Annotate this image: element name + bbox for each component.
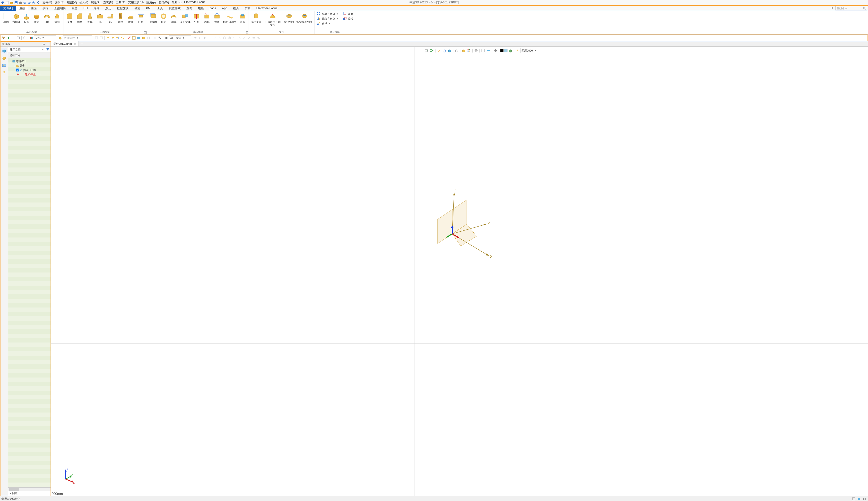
save-icon[interactable] <box>14 1 18 4</box>
vt-gold-icon[interactable] <box>461 48 466 53</box>
align-2-icon[interactable] <box>111 36 115 40</box>
btn-chamfer[interactable]: 倒角 <box>75 12 84 24</box>
menu-query[interactable]: 查询(N) <box>102 0 115 5</box>
tab-direct-edit[interactable]: 直接编辑 <box>51 6 69 11</box>
tab-visual[interactable]: 视觉样式 <box>166 6 183 11</box>
vt-toggle-icon[interactable] <box>436 48 441 53</box>
undo-icon[interactable] <box>23 1 27 4</box>
tab-close-icon[interactable]: ✕ <box>74 42 76 45</box>
dots-tool-icon[interactable] <box>208 36 212 40</box>
vt-wire-icon[interactable] <box>442 48 447 53</box>
tb-view3-icon[interactable] <box>146 36 151 40</box>
vt-layer-icon[interactable] <box>515 48 520 53</box>
select-mode-combo[interactable]: 单一选择▼ <box>169 35 191 40</box>
tab-surface[interactable]: 曲面 <box>28 6 40 11</box>
tab-wireframe[interactable]: 线框 <box>40 6 51 11</box>
layer-combo[interactable]: 图层0000▼ <box>520 48 542 53</box>
document-tab[interactable]: 零件001.Z3PRT✕ <box>51 41 79 46</box>
tab-weld[interactable]: 焊件 <box>91 6 102 11</box>
panel-pin-icon[interactable]: ▭ <box>42 43 45 46</box>
play-tool-icon[interactable] <box>203 36 207 40</box>
btn-simplify[interactable]: 简化 <box>202 12 211 24</box>
vt-solid-icon[interactable] <box>447 48 452 53</box>
lasso-icon[interactable] <box>23 36 27 40</box>
line2-tool-icon[interactable] <box>217 36 222 40</box>
tab-electrode[interactable]: 电极 <box>195 6 207 11</box>
menu-attr[interactable]: 属性(A) <box>90 0 102 5</box>
ribbon-collapse-icon[interactable] <box>829 7 834 10</box>
tab-fti[interactable]: FTI <box>80 6 91 11</box>
tb-op2-icon[interactable] <box>99 36 104 40</box>
select-mode-icon[interactable] <box>164 36 169 40</box>
sidebar-solid-icon[interactable] <box>1 55 7 61</box>
edge-tool-icon[interactable] <box>247 36 251 40</box>
btn-lip[interactable]: 唇缘 <box>126 12 135 24</box>
redo-icon[interactable] <box>27 1 31 4</box>
menu-tools[interactable]: 工具(T) <box>115 0 126 5</box>
parts-icon[interactable] <box>58 36 63 40</box>
tree-scrollbar[interactable] <box>8 487 51 491</box>
btn-thread[interactable]: 螺纹 <box>116 12 125 24</box>
menu-file[interactable]: 文件(F) <box>41 0 53 5</box>
tab-mold[interactable]: 模具 <box>230 6 242 11</box>
btn-self-intersect[interactable]: 解析自相交 <box>223 12 237 24</box>
tab-data-exchange[interactable]: 数据交换 <box>114 6 131 11</box>
menu-insert[interactable]: 插入(I) <box>78 0 89 5</box>
align-1-icon[interactable] <box>106 36 110 40</box>
back-icon[interactable] <box>36 1 40 4</box>
btn-add-body[interactable]: 添加实体 <box>179 12 191 24</box>
snap-icon[interactable] <box>127 36 131 40</box>
btn-face-offset[interactable]: 面偏移 <box>149 12 158 24</box>
sidebar-user-icon[interactable] <box>1 70 7 76</box>
status-ico-1[interactable] <box>851 497 856 501</box>
tab-sim[interactable]: 仿真 <box>242 6 253 11</box>
tab-tools[interactable]: 工具 <box>154 6 166 11</box>
gear-tool-icon[interactable] <box>198 36 203 40</box>
display-combo[interactable]: 显示常用▼ <box>9 47 45 52</box>
btn-wrap[interactable]: 缠绕到面 <box>283 12 295 24</box>
panel-close-icon[interactable]: ✕ <box>46 43 49 46</box>
btn-copy[interactable]: 复制 <box>342 12 354 16</box>
tree-root[interactable]: ⌄零件001 <box>9 59 50 63</box>
tab-query[interactable]: 查询 <box>183 6 195 11</box>
btn-mirror-geom[interactable]: 镜像几何体▼ <box>316 17 339 21</box>
menu-view[interactable]: 视图(V) <box>66 0 78 5</box>
menu-app[interactable]: 应用(p) <box>145 0 157 5</box>
btn-fillet[interactable]: 圆角 <box>65 12 74 24</box>
new-icon[interactable] <box>6 1 9 4</box>
edit-dialog-launcher[interactable]: ↘ <box>246 31 248 34</box>
menu-help[interactable]: 帮助(H) <box>170 0 183 5</box>
orientation-gizmo[interactable]: Z X Y <box>61 467 78 484</box>
tab-electrode-focus[interactable]: Electrode Focus <box>253 6 280 11</box>
vt-tree-icon[interactable] <box>430 48 434 53</box>
btn-sketch[interactable]: 草图 <box>1 12 11 24</box>
angle-tool-icon[interactable] <box>242 36 246 40</box>
btn-draft[interactable]: 拔模 <box>85 12 95 24</box>
print-icon[interactable] <box>19 1 22 4</box>
circle2-tool-icon[interactable] <box>227 36 231 40</box>
grid-icon[interactable] <box>132 36 136 40</box>
tab-pmi[interactable]: PMI <box>143 6 154 11</box>
tab-sheetmetal[interactable]: 钣金 <box>69 6 80 11</box>
btn-inlay[interactable]: 镶嵌 <box>238 12 247 24</box>
vt-export-icon[interactable] <box>424 48 429 53</box>
status-ico-3[interactable] <box>862 497 867 501</box>
btn-extrude[interactable]: 拉伸 <box>22 12 31 24</box>
btn-replace[interactable]: 置换 <box>213 12 221 24</box>
palette-icon[interactable] <box>29 36 34 40</box>
sidebar-view-icon[interactable] <box>1 62 7 68</box>
vt-entity-icon[interactable] <box>508 48 513 53</box>
tree-history[interactable]: ⌄历史 <box>9 63 50 68</box>
arrow-tool-icon[interactable] <box>193 36 197 40</box>
tab-app[interactable]: App <box>219 6 230 11</box>
feature-dialog-launcher[interactable]: ↘ <box>144 31 147 34</box>
btn-shell[interactable]: 抽壳 <box>159 12 168 24</box>
align-3-icon[interactable] <box>116 36 120 40</box>
btn-revolve[interactable]: 旋转 <box>32 12 41 24</box>
btn-box[interactable]: 六面体 <box>12 12 21 24</box>
box-select-icon[interactable] <box>16 36 20 40</box>
vt-target-icon[interactable] <box>474 48 478 53</box>
wave-tool-icon[interactable] <box>232 36 237 40</box>
btn-scale[interactable]: 缩放 <box>342 17 354 21</box>
circle-tool-icon[interactable] <box>223 36 227 40</box>
